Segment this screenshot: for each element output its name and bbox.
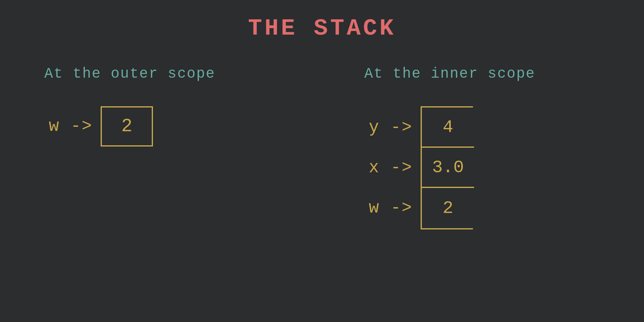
inner-vars-column: y ->x ->w -> xyxy=(364,107,413,228)
right-panel: At the inner scope y ->x ->w -> 43.02 xyxy=(324,50,644,322)
inner-var-label: x -> xyxy=(364,158,413,178)
outer-stack-value: 2 xyxy=(121,116,132,137)
inner-var-label: w -> xyxy=(364,198,413,218)
inner-var-row: x -> xyxy=(364,148,413,188)
inner-var-label: y -> xyxy=(364,118,413,137)
inner-var-row: w -> xyxy=(364,188,413,228)
inner-stack-cell: 4 xyxy=(422,107,474,148)
inner-stack-diagram: y ->x ->w -> 43.02 xyxy=(364,106,473,229)
outer-scope-label: At the outer scope xyxy=(44,66,215,82)
inner-cell-value: 4 xyxy=(443,117,453,137)
outer-stack-diagram: w -> 2 xyxy=(44,106,153,147)
inner-scope-label: At the inner scope xyxy=(364,66,535,82)
outer-stack-box: 2 xyxy=(101,106,153,147)
outer-var-label: w -> xyxy=(44,117,93,136)
inner-cell-value: 2 xyxy=(443,198,453,218)
inner-var-row: y -> xyxy=(364,107,413,148)
page-title: THE STACK xyxy=(0,0,644,41)
inner-stack-cell: 3.0 xyxy=(422,148,474,188)
inner-stack-cells: 43.02 xyxy=(421,106,473,229)
left-panel: At the outer scope w -> 2 xyxy=(0,50,324,322)
inner-cell-value: 3.0 xyxy=(432,157,464,178)
inner-stack-cell: 2 xyxy=(422,188,474,228)
